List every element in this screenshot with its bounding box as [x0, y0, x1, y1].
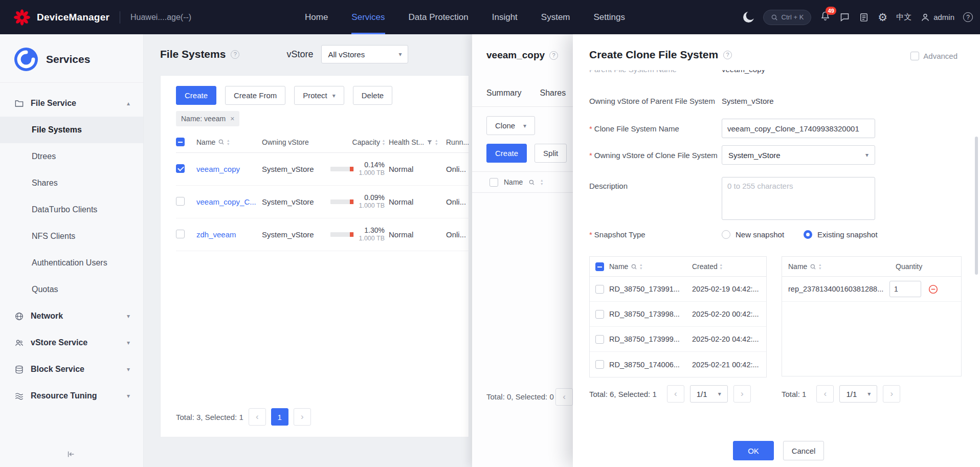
- message-icon[interactable]: [839, 12, 850, 23]
- sort-icon[interactable]: ▴▾: [541, 179, 543, 186]
- sidebar-item-nfs-clients[interactable]: NFS Clients: [0, 223, 143, 250]
- sidebar-section-network[interactable]: Network ▾: [0, 303, 143, 329]
- radio-new-snapshot[interactable]: [722, 230, 730, 239]
- cancel-button[interactable]: Cancel: [783, 441, 824, 460]
- prev-page-button[interactable]: ‹: [667, 385, 684, 403]
- table-row[interactable]: veeam_copy_C... System_vStore 0.09% 1.00…: [176, 186, 470, 218]
- next-page-button[interactable]: ›: [294, 408, 311, 426]
- capacity-bar: [330, 167, 354, 171]
- advanced-checkbox[interactable]: [910, 52, 919, 60]
- sidebar-item-shares[interactable]: Shares: [0, 170, 143, 196]
- create-button[interactable]: Create: [176, 86, 216, 105]
- clone-dropdown-button[interactable]: Clone ▾: [486, 116, 535, 135]
- sidebar-section-vstore-service[interactable]: vStore Service ▾: [0, 329, 143, 356]
- detail-split-button[interactable]: Split: [534, 144, 567, 163]
- nav-data-protection[interactable]: Data Protection: [409, 0, 469, 34]
- dialog-scrollbar[interactable]: [975, 137, 978, 275]
- filesystem-name-link[interactable]: veeam_copy: [196, 165, 240, 173]
- filesystem-name-link[interactable]: veeam_copy_C...: [196, 197, 256, 206]
- global-search[interactable]: Ctrl + K: [763, 10, 812, 25]
- app-title: DeviceManager: [37, 12, 109, 23]
- description-textarea[interactable]: [722, 177, 875, 220]
- sort-icon[interactable]: ▴▾: [819, 263, 821, 270]
- sort-icon[interactable]: ▴▾: [720, 263, 722, 270]
- nav-system[interactable]: System: [541, 0, 570, 34]
- nav-services[interactable]: Services: [351, 0, 385, 34]
- page-help-icon[interactable]: ?: [231, 50, 239, 59]
- filesystem-name-link[interactable]: zdh_veeam: [196, 230, 236, 239]
- sort-icon[interactable]: ▴▾: [383, 139, 385, 146]
- sidebar-item-dataturbo-clients[interactable]: DataTurbo Clients: [0, 196, 143, 223]
- delete-button[interactable]: Delete: [353, 86, 392, 105]
- snapshot-checkbox[interactable]: [595, 335, 604, 344]
- dialog-help-icon[interactable]: ?: [723, 51, 732, 59]
- detail-select-all-checkbox[interactable]: [489, 178, 498, 187]
- sidebar-item-quotas[interactable]: Quotas: [0, 276, 143, 303]
- remove-filter-icon[interactable]: ×: [230, 115, 234, 123]
- detail-create-button[interactable]: Create: [486, 144, 527, 163]
- sidebar-item-dtrees[interactable]: Dtrees: [0, 143, 143, 170]
- next-page-button[interactable]: ›: [733, 385, 751, 403]
- vstore-filter-select[interactable]: All vStores ▾: [321, 45, 408, 63]
- snapshot-row[interactable]: RD_38750_174006... 2025-02-21 00:42:...: [590, 352, 766, 377]
- snapshot-row[interactable]: RD_38750_173999... 2025-02-20 04:42:...: [590, 327, 766, 352]
- sort-icon[interactable]: ▴▾: [640, 263, 642, 270]
- page-select[interactable]: 1/1 ▾: [839, 385, 877, 403]
- protect-dropdown-button[interactable]: Protect ▾: [294, 86, 344, 105]
- user-menu[interactable]: admin: [920, 12, 954, 23]
- help-icon[interactable]: ?: [963, 12, 973, 22]
- column-search-icon[interactable]: [218, 139, 225, 145]
- page-select[interactable]: 1/1 ▾: [690, 385, 728, 403]
- snapshot-row[interactable]: RD_38750_173998... 2025-02-20 00:42:...: [590, 302, 766, 327]
- next-page-button[interactable]: ›: [883, 385, 900, 403]
- sidebar-section-resource-tuning[interactable]: Resource Tuning ▾: [0, 383, 143, 409]
- snapshot-checkbox[interactable]: [595, 285, 604, 294]
- device-name[interactable]: Huawei....age(--): [130, 13, 191, 22]
- column-search-icon[interactable]: [631, 263, 637, 270]
- snapshot-checkbox[interactable]: [595, 310, 604, 319]
- advanced-toggle[interactable]: Advanced: [910, 52, 957, 60]
- sort-icon[interactable]: ▴▾: [227, 139, 229, 146]
- table-row[interactable]: zdh_veeam System_vStore 1.30% 1.000 TB N…: [176, 218, 470, 251]
- ok-button[interactable]: OK: [733, 441, 774, 460]
- page-number-button[interactable]: 1: [271, 408, 288, 426]
- sort-icon[interactable]: ▴▾: [435, 139, 437, 146]
- sidebar-item-file-systems[interactable]: File Systems: [0, 117, 143, 143]
- row-checkbox[interactable]: [176, 197, 185, 206]
- sidebar-section-file-service[interactable]: File Service ▴: [0, 90, 143, 117]
- sidebar-section-block-service[interactable]: Block Service ▾: [0, 356, 143, 383]
- snapshot-select-all-checkbox[interactable]: [595, 262, 604, 271]
- nav-settings[interactable]: Settings: [594, 0, 625, 34]
- table-row[interactable]: veeam_copy System_vStore 0.14% 1.000 TB …: [176, 153, 470, 186]
- column-search-icon[interactable]: [528, 179, 535, 186]
- tab-shares[interactable]: Shares: [540, 88, 566, 106]
- detail-help-icon[interactable]: ?: [549, 51, 558, 60]
- owning-vstore-select[interactable]: System_vStore ▾: [722, 145, 875, 165]
- radio-existing-snapshot[interactable]: [804, 230, 812, 239]
- tab-summary[interactable]: Summary: [486, 88, 521, 106]
- remove-row-icon[interactable]: [928, 284, 938, 294]
- snapshot-row[interactable]: RD_38750_173991... 2025-02-19 04:42:...: [590, 277, 766, 302]
- select-all-checkbox[interactable]: [176, 138, 185, 146]
- nav-home[interactable]: Home: [305, 0, 328, 34]
- create-from-button[interactable]: Create From: [225, 86, 285, 105]
- row-checkbox[interactable]: [176, 230, 185, 238]
- collapse-sidebar-icon[interactable]: [66, 450, 76, 461]
- settings-gear-icon[interactable]: ⚙: [878, 11, 887, 24]
- snapshot-checkbox[interactable]: [595, 360, 604, 369]
- filter-funnel-icon[interactable]: [427, 139, 433, 145]
- clone-name-input[interactable]: [722, 119, 875, 138]
- prev-page-button[interactable]: ‹: [816, 385, 834, 403]
- detail-prev-page-button[interactable]: ‹: [555, 388, 573, 406]
- column-search-icon[interactable]: [810, 263, 816, 270]
- language-switch[interactable]: 中文: [896, 12, 911, 22]
- row-checkbox[interactable]: [176, 164, 185, 173]
- sidebar-section-label: vStore Service: [31, 338, 87, 347]
- nav-insight[interactable]: Insight: [492, 0, 518, 34]
- sidebar-item-authentication-users[interactable]: Authentication Users: [0, 250, 143, 276]
- theme-moon-icon[interactable]: [743, 11, 754, 23]
- notifications-button[interactable]: 49: [820, 11, 831, 24]
- task-list-icon[interactable]: [859, 12, 869, 23]
- quantity-input[interactable]: [889, 281, 921, 297]
- prev-page-button[interactable]: ‹: [249, 408, 266, 426]
